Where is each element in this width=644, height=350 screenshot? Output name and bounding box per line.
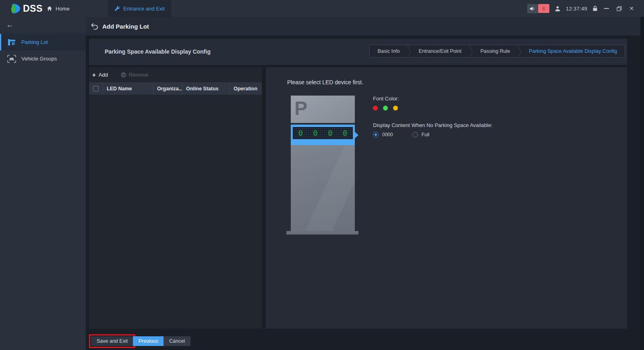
parking-lot-icon — [7, 38, 16, 46]
home-icon — [47, 6, 52, 11]
alarm-sound-button[interactable] — [527, 4, 538, 13]
restore-icon — [617, 6, 622, 11]
wizard-steps: Basic Info Entrance/Exit Point Passing R… — [369, 45, 625, 58]
wizard-step-passing-rule[interactable]: Passing Rule — [473, 45, 518, 57]
add-led-label: Add — [99, 72, 108, 78]
page-title: Add Parking Lot — [102, 23, 149, 30]
led-table-header: LED Name Organiza... Online Status Opera… — [89, 82, 262, 95]
led-screen-selection[interactable]: 0 0 0 0 — [291, 125, 355, 145]
column-organization: Organiza... — [153, 82, 182, 95]
chevron-separator-icon — [469, 45, 473, 57]
undo-back-icon[interactable] — [91, 23, 98, 30]
radio-0000[interactable] — [373, 132, 379, 138]
close-button[interactable]: ✕ — [628, 4, 635, 12]
sidebar-item-vehicle-groups[interactable]: Vehicle Groups — [0, 50, 86, 67]
parking-letter: P — [294, 95, 307, 122]
radio-full[interactable] — [412, 132, 418, 138]
sidebar-back-button[interactable]: ← — [0, 17, 86, 33]
select-all-checkbox[interactable] — [93, 86, 99, 92]
user-icon[interactable] — [555, 6, 561, 12]
lock-icon[interactable] — [592, 6, 598, 11]
wizard-step-display-config[interactable]: Parking Space Available Display Config — [521, 45, 625, 57]
content-area: Parking Space Available Display Config B… — [86, 35, 644, 350]
restore-button[interactable] — [615, 4, 623, 12]
column-online-status: Online Status — [182, 82, 230, 95]
sidebar: ← Parking Lot Vehicle Groups — [0, 17, 86, 350]
speaker-icon — [530, 6, 535, 11]
column-operation: Operation — [230, 82, 262, 95]
save-and-exit-button[interactable]: Save and Exit — [91, 336, 133, 346]
select-all-cell — [89, 82, 103, 95]
page-header: Add Parking Lot — [86, 17, 644, 35]
led-pillar-preview: P 0 0 0 0 — [291, 96, 355, 231]
pillar-base — [286, 231, 358, 235]
main-area: Add Parking Lot Parking Space Available … — [86, 17, 644, 350]
color-swatch-red[interactable] — [373, 106, 378, 110]
back-arrow-icon: ← — [6, 21, 14, 29]
tab-entrance-and-exit-label: Entrance and Exit — [123, 6, 165, 12]
add-led-button[interactable]: + Add — [92, 72, 108, 78]
select-device-hint: Please select LED device first. — [287, 79, 363, 85]
font-color-swatches — [373, 106, 493, 110]
remove-led-button[interactable]: Remove — [121, 72, 148, 78]
led-table-toolbar: + Add Remove — [89, 67, 262, 82]
scrollbar-track[interactable] — [640, 17, 644, 350]
display-content-label: Display Content When No Parking Space Av… — [373, 122, 493, 128]
chevron-separator-icon — [407, 45, 411, 57]
cancel-button[interactable]: Cancel — [164, 336, 191, 346]
color-swatch-green[interactable] — [383, 106, 388, 110]
tab-home[interactable]: Home — [47, 0, 70, 17]
font-color-label: Font Color: — [373, 96, 493, 102]
top-bar: DSS Home Entrance and Exit 6 — [0, 0, 644, 17]
minimize-button[interactable] — [603, 4, 610, 12]
sidebar-item-label: Vehicle Groups — [21, 56, 57, 62]
dss-logo-icon — [10, 3, 21, 14]
notification-badge[interactable]: 6 — [538, 4, 549, 13]
vehicle-groups-icon — [7, 55, 16, 63]
display-config-panel: Please select LED device first. P 0 0 0 … — [266, 67, 627, 329]
pillar-body — [291, 145, 355, 231]
previous-button[interactable]: Previous — [133, 336, 164, 346]
app-name: DSS — [23, 3, 43, 14]
tab-entrance-and-exit[interactable]: Entrance and Exit — [108, 0, 171, 17]
sidebar-item-parking-lot[interactable]: Parking Lot — [0, 34, 86, 50]
minus-circle-icon — [121, 72, 126, 77]
app-logo: DSS — [10, 0, 43, 17]
section-title: Parking Space Available Display Config — [105, 48, 211, 55]
sidebar-item-label: Parking Lot — [21, 39, 48, 45]
clock: 12:37:49 — [566, 6, 587, 12]
close-icon: ✕ — [629, 5, 634, 12]
minimize-icon — [604, 8, 609, 9]
led-screen[interactable]: 0 0 0 0 — [293, 127, 353, 139]
wrench-icon — [114, 6, 120, 11]
led-digits: 0 0 0 0 — [295, 129, 350, 138]
config-header-panel: Parking Space Available Display Config B… — [89, 39, 627, 65]
display-settings: Font Color: Display Content When No Park… — [373, 96, 493, 138]
wizard-step-basic-info[interactable]: Basic Info — [370, 45, 407, 57]
chevron-separator-icon — [518, 45, 521, 57]
topbar-controls: 6 12:37:49 ✕ — [527, 0, 635, 17]
radio-0000-label: 0000 — [382, 132, 393, 138]
display-content-options: 0000 Full — [373, 132, 493, 138]
column-led-name: LED Name — [103, 82, 153, 95]
radio-full-label: Full — [422, 132, 429, 138]
plus-icon: + — [92, 72, 96, 78]
remove-led-label: Remove — [129, 72, 148, 78]
color-swatch-yellow[interactable] — [393, 106, 398, 110]
wizard-step-entrance-exit-point[interactable]: Entrance/Exit Point — [411, 45, 469, 57]
selection-pointer-icon — [355, 132, 358, 138]
led-device-panel: + Add Remove LED Name Organiza... Online… — [89, 67, 262, 329]
tab-home-label: Home — [56, 6, 70, 12]
pillar-top: P — [291, 96, 355, 123]
highlight-annotation: Save and Exit — [89, 334, 135, 348]
